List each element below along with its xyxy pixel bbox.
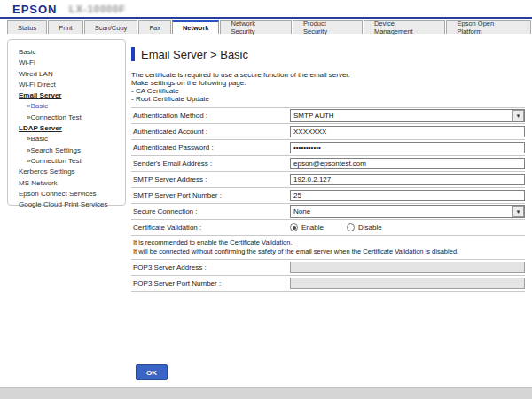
- smtp-port-input[interactable]: [290, 190, 525, 201]
- smtp-port-row: SMTP Server Port Number :: [131, 187, 525, 203]
- cert-validation-enable-radio[interactable]: Enable: [290, 223, 324, 231]
- smtp-port-label: SMTP Server Port Number :: [131, 192, 290, 200]
- epson-logo: EPSON: [12, 3, 58, 16]
- sidebar-section-ldap-server[interactable]: LDAP Server: [19, 123, 125, 134]
- sidebar-item-kerberos-settings[interactable]: Kerberos Settings: [19, 167, 125, 177]
- auth-password-label: Authenticated Password :: [131, 144, 290, 152]
- sidebar-item-wifi-direct[interactable]: Wi-Fi Direct: [19, 80, 125, 90]
- auth-method-selected-value: SMTP AUTH: [291, 112, 512, 120]
- radio-unselected-icon[interactable]: [347, 223, 355, 231]
- ok-button[interactable]: OK: [136, 364, 168, 380]
- tab-network[interactable]: Network: [172, 20, 220, 34]
- sidebar-item-google-cloud-print-services[interactable]: Google Cloud Print Services: [19, 200, 125, 210]
- radio-selected-icon[interactable]: [290, 223, 298, 231]
- tab-fax[interactable]: Fax: [138, 20, 171, 34]
- cert-validation-disable-radio[interactable]: Disable: [347, 223, 382, 231]
- sidebar-item-ldap-connection-test[interactable]: »Connection Test: [19, 156, 125, 167]
- sidebar-item-wifi[interactable]: Wi-Fi: [19, 58, 125, 68]
- footer-bar: [0, 387, 532, 399]
- sidebar-item-email-server-connection-test[interactable]: »Connection Test: [19, 113, 125, 123]
- sidebar-item-ldap-search-settings[interactable]: »Search Settings: [19, 145, 125, 156]
- cert-validation-enable-label: Enable: [301, 223, 324, 231]
- pop3-port-input: [290, 278, 525, 289]
- header: EPSON LX-10000F: [0, 0, 532, 17]
- sender-email-label: Sender's Email Address :: [131, 160, 290, 168]
- secure-connection-row: Secure Connection : None ▼: [131, 203, 525, 219]
- sidebar-item-basic[interactable]: Basic: [19, 47, 125, 58]
- cert-validation-note: It is recommended to enable the Certific…: [131, 235, 525, 259]
- main-content: Email Server > Basic The certificate is …: [131, 46, 525, 292]
- description-line: - CA Certificate: [131, 87, 525, 95]
- note-line: It will be connected without confirming …: [133, 247, 525, 256]
- secure-connection-selected-value: None: [291, 207, 512, 215]
- tab-device-management[interactable]: Device Management: [364, 20, 446, 34]
- printer-model-name: LX-10000F: [69, 4, 126, 14]
- cert-validation-disable-label: Disable: [358, 223, 382, 231]
- auth-account-row: Authenticated Account :: [131, 123, 525, 139]
- secure-connection-label: Secure Connection :: [131, 207, 290, 215]
- cert-validation-label: Certificate Validation :: [131, 223, 290, 231]
- auth-password-row: Authenticated Password :: [131, 139, 525, 155]
- pop3-address-input: [290, 262, 525, 273]
- tab-print[interactable]: Print: [48, 20, 82, 34]
- sidebar-item-wired-lan[interactable]: Wired LAN: [19, 69, 125, 80]
- email-server-form: Authentication Method : SMTP AUTH ▼ Auth…: [131, 107, 525, 292]
- auth-method-label: Authentication Method :: [131, 112, 290, 120]
- tab-network-security[interactable]: Network Security: [220, 20, 292, 34]
- sidebar-section-email-server[interactable]: Email Server: [19, 90, 125, 101]
- auth-method-select[interactable]: SMTP AUTH ▼: [290, 109, 525, 122]
- sender-email-input[interactable]: [290, 158, 525, 169]
- pop3-address-label: POP3 Server Address :: [131, 263, 290, 271]
- auth-account-label: Authenticated Account :: [131, 128, 290, 136]
- pop3-address-row: POP3 Server Address :: [131, 259, 525, 275]
- header-divider: [0, 17, 532, 19]
- pop3-port-label: POP3 Server Port Number :: [131, 279, 290, 287]
- auth-password-input[interactable]: [290, 142, 525, 153]
- tab-product-security[interactable]: Product Security: [293, 20, 363, 34]
- tab-scan-copy[interactable]: Scan/Copy: [84, 20, 138, 34]
- chevron-down-icon[interactable]: ▼: [512, 110, 524, 121]
- sidebar-item-ldap-basic[interactable]: »Basic: [19, 134, 125, 145]
- title-accent-bar: [131, 47, 135, 61]
- page-title: Email Server > Basic: [141, 48, 248, 61]
- sidebar-item-ms-network[interactable]: MS Network: [19, 178, 125, 189]
- tab-epson-open-platform[interactable]: Epson Open Platform: [446, 20, 531, 34]
- tab-status[interactable]: Status: [7, 20, 47, 34]
- description-line: - Root Certificate Update: [131, 95, 525, 103]
- auth-method-row: Authentication Method : SMTP AUTH ▼: [131, 107, 525, 123]
- sidebar-nav: Basic Wi-Fi Wired LAN Wi-Fi Direct Email…: [7, 39, 126, 206]
- smtp-address-row: SMTP Server Address :: [131, 171, 525, 187]
- pop3-port-row: POP3 Server Port Number :: [131, 275, 525, 291]
- cert-validation-row: Certificate Validation : Enable Disable: [131, 219, 525, 235]
- tab-bar: Status Print Scan/Copy Fax Network Netwo…: [0, 20, 532, 34]
- description-line: Make settings on the following page.: [131, 79, 525, 87]
- auth-account-input[interactable]: [290, 126, 525, 137]
- chevron-down-icon[interactable]: ▼: [512, 206, 524, 217]
- page-description: The certificate is required to use a sec…: [131, 71, 525, 103]
- sender-email-row: Sender's Email Address :: [131, 155, 525, 171]
- smtp-address-label: SMTP Server Address :: [131, 176, 290, 184]
- sidebar-item-email-server-basic[interactable]: »Basic: [19, 101, 125, 112]
- note-line: It is recommended to enable the Certific…: [133, 239, 525, 247]
- smtp-address-input[interactable]: [290, 174, 525, 185]
- secure-connection-select[interactable]: None ▼: [290, 205, 525, 218]
- sidebar-item-epson-connect-services[interactable]: Epson Connect Services: [19, 189, 125, 200]
- description-line: The certificate is required to use a sec…: [131, 71, 525, 79]
